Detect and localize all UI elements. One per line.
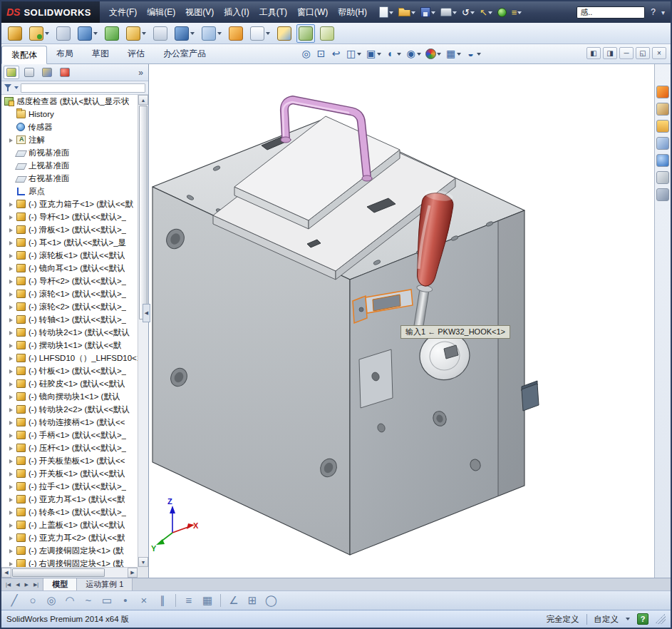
expand-arrow-icon[interactable] [9, 213, 16, 221]
last-tab-button[interactable]: ▶| [31, 581, 41, 589]
menu-item[interactable]: 视图(V) [180, 4, 219, 21]
titlebar-tool-button[interactable] [378, 6, 395, 19]
view-tool-button[interactable]: ◉ [404, 46, 423, 61]
titlebar-tool-button[interactable] [397, 7, 417, 17]
menu-item[interactable]: 帮助(H) [333, 4, 372, 21]
titlebar-tool-button[interactable] [419, 6, 437, 18]
tree-item[interactable]: (-) 滑板<1> (默认<<默认>_ [1, 223, 138, 236]
tree-item[interactable]: (-) 手柄<1> (默认<<默认>_ [1, 429, 138, 441]
view-tool-button[interactable]: ▣ [364, 46, 383, 61]
menu-item[interactable]: 工具(T) [254, 4, 292, 21]
sketch-grid-icon[interactable]: ▦ [202, 593, 213, 608]
tree-item[interactable]: (-) 转动块2<2> (默认<<默认 [1, 403, 138, 416]
tree-item[interactable]: (-) 摆动块1<1> (默认<<默 [1, 339, 138, 352]
resize-grip[interactable] [656, 614, 666, 624]
sketch-spline-icon[interactable]: ~ [83, 593, 94, 608]
design-library-icon[interactable] [656, 103, 669, 116]
side-block[interactable] [522, 381, 539, 411]
expand-arrow-icon[interactable] [9, 456, 16, 465]
sketch-pattern-icon[interactable]: ◯ [265, 593, 277, 608]
toolbar-button[interactable] [124, 24, 148, 43]
tree-item[interactable]: (-) 镜向耳<1> (默认<<默认 [1, 262, 138, 275]
titlebar-tool-button[interactable] [439, 7, 458, 17]
sketch-trim-icon[interactable]: × [138, 593, 150, 608]
toolbar-button[interactable] [275, 24, 294, 43]
dropdown-arrow-icon[interactable] [477, 53, 481, 58]
toolbar-button[interactable] [27, 24, 51, 43]
scroll-left-icon[interactable] [1, 568, 11, 578]
titlebar-tool-button[interactable] [496, 7, 508, 18]
quick-tips-button[interactable]: ? [637, 613, 648, 625]
smart-dimension-icon[interactable]: ∠ [228, 593, 239, 608]
view-tool-button[interactable]: ◒ [464, 46, 482, 61]
dropdown-arrow-icon[interactable] [517, 11, 522, 16]
document-tab[interactable]: 运动算例 1 [77, 578, 133, 590]
dropdown-arrow-icon[interactable] [377, 53, 381, 58]
expand-arrow-icon[interactable] [9, 341, 16, 349]
toolbar-button[interactable] [6, 24, 24, 43]
expand-arrow-icon[interactable] [9, 469, 16, 478]
tree-item[interactable]: (-) 滚轮<1> (默认<<默认>_ [1, 287, 138, 300]
close-window-icon[interactable]: × [652, 47, 666, 59]
custom-label[interactable]: 自定义 [594, 614, 619, 625]
prev-tab-button[interactable]: ◀ [14, 581, 21, 589]
horizontal-scroll-thumb[interactable] [12, 568, 105, 577]
tree-item[interactable]: 前视基准面 [1, 146, 138, 159]
vertical-scroll-thumb[interactable] [139, 106, 148, 319]
more-tabs-button[interactable]: » [135, 68, 146, 78]
sketch-table-icon[interactable]: ⊞ [247, 593, 258, 608]
view-palette-icon[interactable] [656, 137, 669, 150]
expand-arrow-icon[interactable] [9, 277, 16, 285]
sketch-line-icon[interactable]: ╱ [9, 593, 20, 608]
next-tab-button[interactable]: ▶ [23, 581, 31, 589]
first-tab-button[interactable]: |◀ [4, 581, 13, 589]
filter-dropdown-icon[interactable] [14, 86, 19, 91]
dropdown-arrow-icon[interactable] [142, 32, 146, 37]
toolbar-button[interactable] [318, 24, 336, 43]
tree-item[interactable]: (-) 拉手<1> (默认<<默认>_ [1, 480, 138, 493]
expand-arrow-icon[interactable] [9, 238, 16, 247]
panel-tab[interactable] [57, 66, 73, 79]
dropdown-arrow-icon[interactable] [93, 32, 98, 37]
dropdown-arrow-icon[interactable] [357, 53, 361, 58]
expand-arrow-icon[interactable] [9, 251, 16, 260]
menu-item[interactable]: 插入(I) [219, 4, 254, 21]
expand-arrow-icon[interactable] [9, 379, 16, 388]
command-tab[interactable]: 布局 [47, 45, 83, 63]
tree-item[interactable]: (-) 上盖板<1> (默认<<默认 [1, 518, 138, 531]
panel-tab[interactable] [21, 66, 37, 79]
tree-item[interactable]: (-) 耳<1> (默认<<默认>_显 [1, 236, 138, 249]
panel-tab[interactable] [4, 66, 19, 79]
view-tool-button[interactable]: ▦ [444, 46, 462, 61]
tree-horizontal-scrollbar[interactable] [1, 567, 138, 578]
tree-item[interactable]: (-) 硅胶皮<1> (默认<<默认 [1, 377, 138, 390]
tree-item[interactable]: (-) 右调接铜固定块<1> (默 [1, 557, 138, 567]
tree-item[interactable]: (-) 转条<1> (默认<<默认>_ [1, 506, 138, 518]
tree-item[interactable]: (-) 滚轮板<1> (默认<<默认 [1, 249, 138, 262]
dropdown-arrow-icon[interactable] [411, 11, 415, 16]
appearances-icon[interactable] [656, 154, 669, 167]
file-explorer-icon[interactable] [656, 120, 669, 133]
menu-item[interactable]: 文件(F) [104, 4, 142, 21]
view-tool-button[interactable]: ◐ [384, 46, 403, 61]
expand-arrow-icon[interactable] [9, 354, 16, 362]
tree-item[interactable]: (-) LHFSD10（）_LHFSD10<1 [1, 352, 138, 364]
expand-arrow-icon[interactable] [9, 546, 16, 555]
tree-item[interactable]: (-) 开关板垫板<1> (默认<< [1, 454, 138, 467]
sketch-point-icon[interactable]: • [120, 593, 131, 608]
expand-arrow-icon[interactable] [9, 135, 16, 144]
dropdown-arrow-icon[interactable] [217, 32, 222, 37]
solidworks-resources-icon[interactable] [656, 86, 669, 98]
tree-item[interactable]: (-) 亚克力耳<1> (默认<<默 [1, 493, 138, 506]
toolbar-button[interactable] [76, 24, 100, 43]
tree-item[interactable]: 注解 [1, 133, 138, 146]
tree-vertical-scrollbar[interactable] [138, 95, 148, 567]
tree-item[interactable]: (-) 导杆<1> (默认<<默认>_ [1, 210, 138, 223]
tree-item[interactable]: (-) 压杆<1> (默认<<默认>_ [1, 441, 138, 454]
scroll-right-icon[interactable] [128, 568, 138, 578]
expand-arrow-icon[interactable] [9, 405, 16, 414]
toolbar-button[interactable] [151, 24, 170, 43]
view-tool-button[interactable]: ◫ [344, 46, 363, 61]
expand-arrow-icon[interactable] [9, 495, 16, 503]
expand-arrow-icon[interactable] [9, 521, 16, 529]
